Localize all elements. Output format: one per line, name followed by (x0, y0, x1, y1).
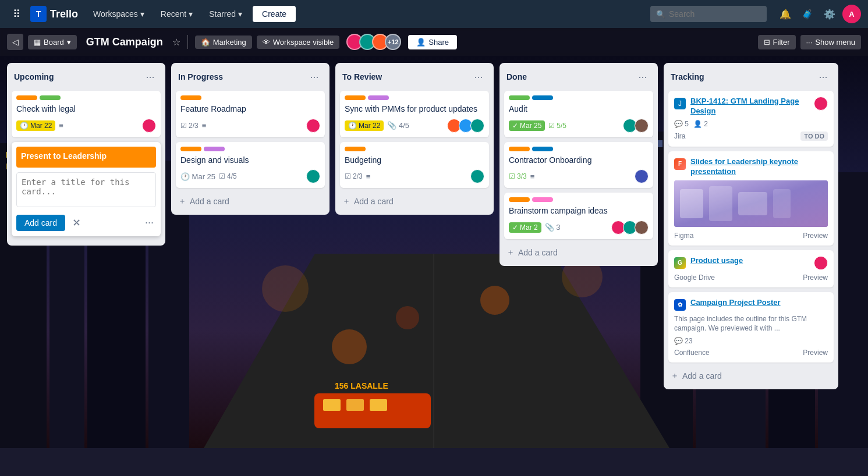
show-menu-button[interactable]: ··· Show menu (800, 35, 862, 49)
column-menu-in-progress[interactable]: ··· (306, 69, 323, 85)
column-header-tracking: Tracking ··· (668, 68, 834, 86)
workspace-icon: 🏠 (201, 38, 210, 47)
card-avatar (470, 169, 484, 183)
todo-badge: TO DO (800, 132, 828, 141)
preview-button[interactable]: Preview (803, 273, 828, 282)
create-button[interactable]: Create (253, 6, 296, 22)
share-button[interactable]: 👤 Share (408, 35, 457, 49)
filter-button[interactable]: ⊟ Filter (758, 35, 796, 49)
starred-menu[interactable]: Starred ▾ (203, 6, 248, 22)
workspace-tag-button[interactable]: 🏠 Marketing (195, 35, 252, 49)
trello-apps-button[interactable]: 🧳 (798, 5, 817, 23)
preview-button[interactable]: Preview (803, 232, 828, 240)
top-nav: ⠿ T Trello Workspaces ▾ Recent ▾ Starred… (0, 0, 868, 28)
new-card-title-input[interactable] (16, 172, 156, 207)
settings-button[interactable]: ⚙️ (820, 5, 839, 23)
column-menu-done[interactable]: ··· (635, 69, 651, 85)
card-avatar (635, 119, 649, 133)
star-button[interactable]: ☆ (172, 37, 180, 48)
column-menu-tracking[interactable]: ··· (815, 69, 831, 85)
card-brainstorm[interactable]: Brainstorm campaign ideas ✓ Mar 2 📎 3 (504, 193, 653, 239)
tracking-card-title: Product usage (690, 256, 812, 266)
description-icon: ≡ (59, 121, 63, 130)
add-card-button-to-review[interactable]: ＋ Add a card (340, 193, 489, 210)
column-menu-upcoming[interactable]: ··· (142, 69, 158, 85)
card-avatar (814, 256, 828, 270)
user-avatar[interactable]: A (842, 5, 861, 23)
preview-button[interactable]: Preview (803, 349, 828, 357)
card-title: Audit (509, 104, 649, 115)
checklist-icon: ☑ (219, 172, 225, 180)
column-done: Done ··· Audit ✓ Mar 25 (499, 63, 658, 266)
search-icon: 🔍 (656, 10, 665, 19)
card-budgeting[interactable]: Budgeting ☑ 2/3 ≡ (340, 142, 489, 189)
card-title: Budgeting (345, 155, 484, 166)
plus-icon: ＋ (342, 196, 350, 207)
card-avatar (306, 119, 320, 133)
member-avatars: +12 (346, 34, 401, 50)
column-menu-to-review[interactable]: ··· (470, 69, 487, 85)
confluence-icon: ✿ (674, 299, 686, 311)
card-labels (16, 95, 156, 100)
card-meta: 🕐 Mar 22 ≡ (16, 120, 63, 131)
card-avatars (306, 119, 320, 133)
grid-menu-button[interactable]: ⠿ (7, 5, 26, 23)
card-meta: ☑ 2/3 ≡ (180, 121, 206, 130)
description-icon: ≡ (202, 121, 207, 130)
card-audit[interactable]: Audit ✓ Mar 25 ☑ 5/5 (504, 91, 653, 137)
tracking-card-slides[interactable]: F Slides for Leadership keynote presenta… (668, 151, 834, 246)
card-avatar (142, 119, 156, 133)
card-design-visuals[interactable]: Design and visuals 🕐 Mar 25 ☑ 4/5 (176, 142, 325, 189)
member-avatars-more[interactable]: +12 (385, 34, 401, 50)
add-card-button-tracking[interactable]: ＋ Add a card (668, 367, 834, 385)
add-card-button-done[interactable]: ＋ Add a card (504, 244, 653, 261)
column-title-in-progress: In Progress (178, 72, 223, 81)
card-title: Feature Roadmap (180, 104, 320, 115)
card-contractor-onboarding[interactable]: Contractor Onboarding ☑ 3/3 ≡ (504, 142, 653, 189)
recent-menu[interactable]: Recent ▾ (155, 6, 199, 22)
checklist-badge: ☑ 2/3 (345, 172, 363, 180)
column-title-to-review: To Review (342, 72, 382, 81)
board-title[interactable]: GTM Campaign (82, 34, 168, 51)
card-feature-roadmap[interactable]: Feature Roadmap ☑ 2/3 ≡ (176, 91, 325, 137)
add-card-submit-button[interactable]: Add card (16, 215, 65, 231)
comments-count: 💬 23 (674, 337, 693, 345)
card-title: Check with legal (16, 104, 156, 115)
label-orange (345, 147, 366, 151)
source-name: Google Drive (674, 273, 715, 282)
card-footer: ☑ 3/3 ≡ (509, 169, 649, 183)
source-tag: Confluence Preview (674, 349, 828, 357)
plus-icon: ＋ (506, 247, 515, 258)
notifications-button[interactable]: 🔔 (776, 5, 795, 23)
sidebar-toggle[interactable]: ◁ (7, 34, 23, 50)
card-avatars (447, 119, 484, 133)
tracking-card-campaign-poster[interactable]: ✿ Campaign Project Poster This page incl… (668, 292, 834, 363)
label-blue (532, 147, 553, 151)
clock-icon: 🕐 (20, 122, 29, 130)
source-tag: Figma Preview (674, 232, 828, 240)
card-sync-pmms[interactable]: Sync with PMMs for product updates 🕐 Mar… (340, 91, 489, 137)
card-labels (180, 95, 320, 100)
card-title: Contractor Onboarding (509, 155, 649, 166)
source-tag: Google Drive Preview (674, 273, 828, 282)
chevron-down-icon: ▾ (189, 9, 193, 19)
tracking-card-bkp1412[interactable]: J BKP-1412: GTM Landing Page Design 💬 5 … (668, 91, 834, 147)
more-options-button[interactable]: ··· (143, 214, 156, 231)
card-footer: 🕐 Mar 22 📎 4/5 (345, 119, 484, 133)
card-meta: 🕐 Mar 22 📎 4/5 (345, 120, 409, 131)
cancel-card-button[interactable]: ✕ (70, 214, 83, 232)
workspaces-menu[interactable]: Workspaces ▾ (87, 6, 150, 22)
board-view-button[interactable]: ▦ Board ▾ (28, 35, 77, 49)
tracking-card-description: This page includes the outline for this … (674, 314, 828, 334)
members-count: 👤 2 (693, 120, 708, 128)
tracking-card-product-usage[interactable]: G Product usage Google Drive Preview (668, 250, 834, 287)
board-area: Upcoming ··· Check with legal 🕐 Mar 22 (0, 56, 868, 448)
filter-icon: ⊟ (764, 38, 770, 47)
workspace-visible-button[interactable]: 👁 Workspace visible (257, 35, 340, 49)
tracking-card-meta: 💬 5 👤 2 (674, 120, 828, 128)
add-card-button-in-progress[interactable]: ＋ Add a card (176, 193, 325, 210)
card-check-legal[interactable]: Check with legal 🕐 Mar 22 ≡ (12, 91, 161, 137)
svg-rect-44 (773, 189, 791, 218)
card-meta: ✓ Mar 25 ☑ 5/5 (509, 120, 566, 131)
search-input[interactable] (650, 6, 767, 22)
